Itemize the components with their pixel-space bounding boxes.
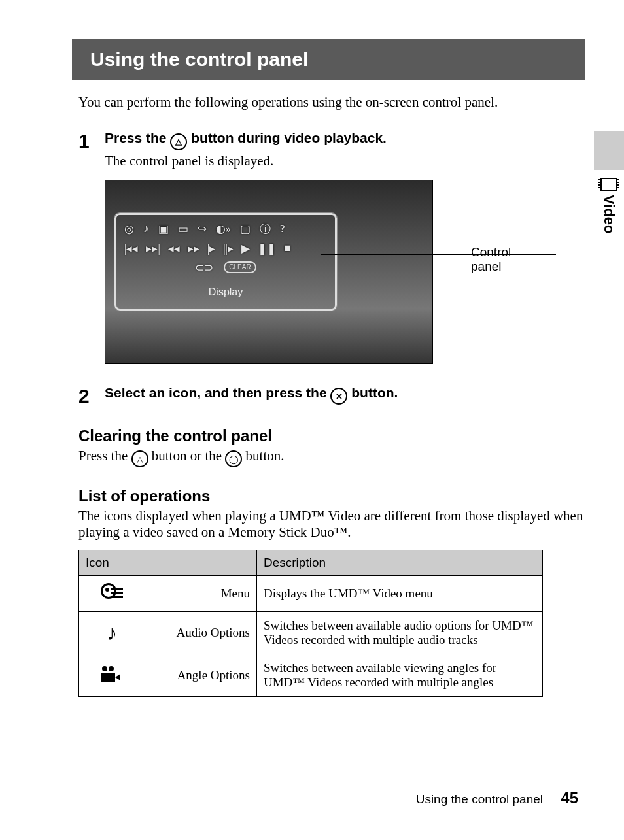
info-icon: ⓘ (260, 222, 271, 237)
control-panel-overlay: ◎ ♪ ▣ ▭ ↪ ◐» ▢ ⓘ ? |◂◂ ▸▸| (114, 213, 337, 311)
row-desc: Switches between available viewing angle… (257, 654, 543, 697)
callout-line (321, 254, 556, 255)
camera-angle-icon (79, 654, 145, 697)
circle-button-icon: ◯ (225, 450, 242, 467)
th-icon: Icon (79, 550, 257, 576)
th-desc: Description (257, 550, 543, 576)
text: Select an icon, and then press the (105, 385, 330, 400)
table-row: Angle Options Switches between available… (79, 654, 543, 697)
list-heading: List of operations (78, 487, 585, 505)
text: button or the (148, 448, 226, 463)
text: button. (347, 385, 398, 400)
volume-icon: ◐» (216, 222, 232, 236)
step-1: 1 Press the △ button during video playba… (78, 130, 585, 380)
audio-note-icon: ♪ (79, 612, 145, 654)
page-title: Using the control panel (72, 39, 585, 80)
play-icon: ▶ (241, 242, 250, 256)
footer-text: Using the control panel (416, 792, 543, 806)
screenshot-figure: ◎ ♪ ▣ ▭ ↪ ◐» ▢ ⓘ ? |◂◂ ▸▸| (105, 180, 451, 364)
triangle-button-icon: △ (170, 133, 187, 150)
intro-text: You can perform the following operations… (78, 94, 585, 110)
operations-table: Icon Description Menu Displays the UMD™ … (78, 550, 543, 697)
step-1-heading: Press the △ button during video playback… (105, 130, 585, 150)
clear-badge: CLEAR (224, 261, 256, 273)
film-icon (600, 178, 617, 191)
step-2-heading: Select an icon, and then press the ✕ but… (105, 385, 585, 405)
step-number: 1 (78, 130, 105, 152)
frame-back-icon: |▸ (207, 242, 215, 256)
page-footer: Using the control panel 45 (416, 789, 578, 807)
angle-icon: ▣ (158, 222, 169, 236)
menu-icon (79, 576, 145, 612)
rewind-icon: ◂◂ (168, 242, 180, 256)
frame-fwd-icon: ||▸ (223, 242, 234, 256)
text: Press the (105, 130, 170, 145)
goto-icon: ↪ (198, 222, 207, 236)
row-label: Menu (145, 576, 257, 612)
step-2: 2 Select an icon, and then press the ✕ b… (78, 385, 585, 407)
table-row: Menu Displays the UMD™ Video menu (79, 576, 543, 612)
stop-icon: ■ (284, 242, 290, 255)
page-number: 45 (561, 789, 578, 807)
triangle-button-icon: △ (131, 450, 148, 467)
table-row: ♪ Audio Options Switches between availab… (79, 612, 543, 654)
prev-icon: |◂◂ (124, 242, 138, 256)
row-label: Angle Options (145, 654, 257, 697)
menu-icon: ◎ (124, 222, 134, 236)
video-screenshot: ◎ ♪ ▣ ▭ ↪ ◐» ▢ ⓘ ? |◂◂ ▸▸| (105, 180, 433, 364)
step-number: 2 (78, 385, 105, 407)
callout-label: Control panel (471, 245, 511, 274)
next-icon: ▸▸| (146, 242, 160, 256)
side-tab-grey (594, 131, 624, 170)
row-label: Audio Options (145, 612, 257, 654)
text: button during video playback. (187, 130, 387, 145)
text: button. (242, 448, 284, 463)
clearing-body: Press the △ button or the ◯ button. (78, 448, 585, 468)
audio-icon: ♪ (143, 222, 149, 235)
list-intro: The icons displayed when playing a UMD™ … (78, 508, 585, 541)
help-icon: ? (280, 222, 285, 235)
screen-icon: ▢ (240, 222, 251, 236)
side-tab-label: Video (600, 178, 617, 234)
row-desc: Displays the UMD™ Video menu (257, 576, 543, 612)
forward-icon: ▸▸ (188, 242, 199, 256)
row-desc: Switches between available audio options… (257, 612, 543, 654)
text: Press the (78, 448, 131, 463)
cross-button-icon: ✕ (330, 388, 347, 405)
side-tab-text: Video (600, 195, 617, 234)
pause-icon: ❚❚ (258, 242, 276, 256)
subtitle-icon: ▭ (178, 222, 188, 236)
step-1-sub: The control panel is displayed. (105, 153, 585, 169)
repeat-icon: ⊂⊃ (195, 261, 213, 275)
side-tab: Video (594, 131, 624, 234)
display-label: Display (124, 286, 327, 298)
clearing-heading: Clearing the control panel (78, 427, 585, 445)
